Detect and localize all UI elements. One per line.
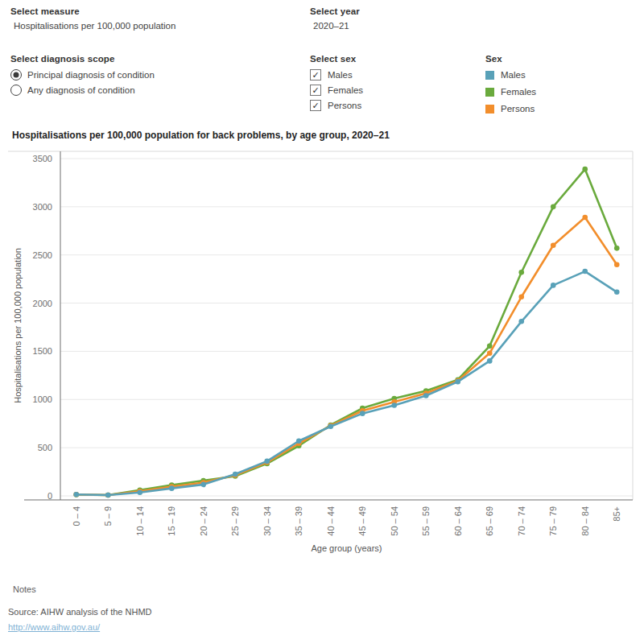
x-tick-label: 25 – 29 (230, 506, 240, 536)
data-point-males-65-69[interactable] (487, 358, 493, 364)
data-point-males-60-64[interactable] (455, 379, 460, 385)
source-text: Source: AIHW analysis of the NHMD (8, 607, 152, 617)
series-line-males (76, 271, 617, 495)
select-diagnosis-scope-label: Select diagnosis scope (10, 54, 155, 64)
legend-swatch-males (485, 71, 494, 80)
legend-item-label: Persons (501, 104, 535, 114)
y-tick-label: 0 (47, 491, 52, 501)
data-point-males-5-9[interactable] (105, 493, 111, 498)
data-point-males-75-79[interactable] (551, 283, 556, 288)
data-point-females-70-74[interactable] (518, 270, 524, 275)
legend-swatch-females (485, 88, 494, 97)
select-year-value: 2020–21 (313, 21, 360, 31)
legend-item-label: Males (501, 70, 526, 80)
sex-filter-options: ✓Males✓Females✓Persons (310, 69, 363, 111)
legend-items: MalesFemalesPersons (485, 70, 536, 114)
select-year-label: Select year (310, 6, 360, 16)
select-measure-control: Select measure Hospitalisations per 100,… (10, 6, 175, 31)
data-point-males-55-59[interactable] (423, 393, 429, 398)
x-tick-label: 15 – 19 (167, 506, 176, 536)
data-point-males-80-84[interactable] (582, 269, 588, 275)
x-tick-label: 85+ (612, 506, 621, 522)
source-link[interactable]: http://www.aihw.gov.au/ (8, 622, 100, 632)
data-point-females-75-79[interactable] (551, 204, 556, 210)
data-point-persons-80-84[interactable] (582, 215, 588, 221)
x-tick-label: 55 – 59 (421, 506, 431, 536)
data-point-persons-70-74[interactable] (518, 294, 524, 299)
select-diagnosis-scope-control: Select diagnosis scope Principal diagnos… (10, 54, 155, 100)
data-point-persons-65-69[interactable] (487, 351, 493, 357)
data-point-males-85[interactable] (614, 290, 620, 295)
x-tick-label: 30 – 34 (262, 506, 272, 536)
y-tick-label: 500 (38, 443, 52, 452)
checkbox-option-label: Males (328, 70, 353, 80)
radio-option-principal-diagnosis-of-condition[interactable]: Principal diagnosis of condition (10, 69, 155, 80)
select-year-control: Select year 2020–21 (310, 6, 360, 31)
legend-item-males[interactable]: Males (485, 70, 536, 80)
x-tick-label: 10 – 14 (135, 506, 145, 536)
x-tick-label: 80 – 84 (580, 506, 590, 536)
y-tick-label: 2500 (33, 250, 52, 260)
data-point-males-35-39[interactable] (296, 438, 302, 444)
notes-label: Notes (13, 584, 36, 594)
y-tick-label: 2000 (33, 299, 52, 308)
x-tick-label: 5 – 9 (103, 506, 113, 526)
x-tick-label: 20 – 24 (199, 506, 208, 536)
data-point-females-85[interactable] (614, 246, 620, 251)
data-point-persons-85[interactable] (614, 262, 620, 267)
x-tick-label: 75 – 79 (548, 506, 558, 536)
data-point-males-25-29[interactable] (233, 472, 238, 477)
x-tick-label: 35 – 39 (294, 506, 303, 536)
data-point-males-70-74[interactable] (518, 319, 524, 324)
checkbox-option-females[interactable]: ✓Females (310, 85, 363, 96)
data-point-males-30-34[interactable] (264, 459, 270, 464)
checkbox-checked-icon[interactable]: ✓ (310, 85, 321, 96)
x-tick-label: 60 – 64 (453, 506, 463, 536)
radio-option-any-diagnosis-of-condition[interactable]: Any diagnosis of condition (10, 85, 155, 96)
data-point-females-80-84[interactable] (582, 167, 588, 172)
data-point-males-50-54[interactable] (391, 402, 397, 408)
series-line-persons (76, 217, 617, 495)
x-tick-label: 40 – 44 (326, 506, 336, 536)
checkbox-option-persons[interactable]: ✓Persons (310, 100, 363, 111)
select-measure-value: Hospitalisations per 100,000 population (14, 21, 175, 31)
legend-item-females[interactable]: Females (485, 87, 536, 97)
x-tick-label: 0 – 4 (72, 506, 81, 526)
x-tick-label: 70 – 74 (517, 506, 526, 536)
data-point-males-15-19[interactable] (169, 485, 175, 491)
legend-swatch-persons (485, 105, 494, 114)
checkbox-option-males[interactable]: ✓Males (310, 69, 363, 80)
x-tick-label: 45 – 49 (357, 506, 367, 536)
data-point-males-40-44[interactable] (328, 424, 333, 430)
select-sex-control: Select sex ✓Males✓Females✓Persons (310, 54, 363, 115)
checkbox-option-label: Persons (328, 101, 361, 110)
y-tick-label: 3500 (33, 154, 52, 163)
x-tick-label: 65 – 69 (485, 506, 494, 536)
y-tick-label: 1000 (33, 394, 52, 404)
series-line-females (76, 169, 617, 495)
data-point-males-45-49[interactable] (360, 411, 365, 416)
legend-item-persons[interactable]: Persons (485, 104, 536, 114)
radio-unselected-icon[interactable] (10, 85, 22, 96)
radio-option-label: Principal diagnosis of condition (27, 70, 155, 80)
line-chart: 05001000150020002500300035000 – 45 – 910… (0, 121, 644, 576)
x-tick-label: 50 – 54 (390, 506, 399, 536)
select-measure-label: Select measure (10, 6, 175, 16)
radio-option-label: Any diagnosis of condition (27, 85, 135, 95)
dashboard: { "header": { "select_measure": { "label… (0, 0, 644, 644)
diagnosis-scope-options: Principal diagnosis of conditionAny diag… (10, 69, 155, 96)
radio-selected-icon[interactable] (10, 69, 22, 80)
data-point-males-10-14[interactable] (137, 490, 142, 496)
x-axis-title: Age group (years) (311, 543, 382, 553)
data-point-persons-75-79[interactable] (551, 242, 556, 248)
source-link-wrap: http://www.aihw.gov.au/ (8, 619, 100, 634)
checkbox-checked-icon[interactable]: ✓ (310, 100, 321, 111)
radio-dot-icon (14, 72, 19, 78)
checkbox-checked-icon[interactable]: ✓ (310, 69, 321, 80)
color-legend: Sex MalesFemalesPersons (485, 54, 536, 121)
y-tick-label: 3000 (33, 202, 52, 212)
legend-item-label: Females (501, 87, 536, 97)
data-point-males-20-24[interactable] (200, 482, 206, 488)
data-point-males-0-4[interactable] (73, 492, 79, 497)
y-axis-title: Hospitalisations per 100,000 population (13, 248, 23, 403)
